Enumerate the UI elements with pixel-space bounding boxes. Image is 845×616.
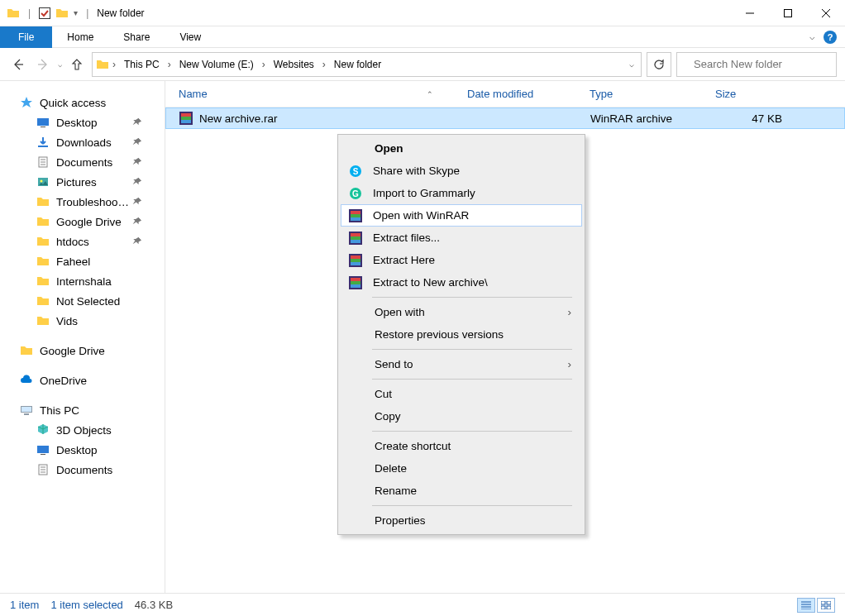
address-dropdown[interactable]: ⌵ xyxy=(629,60,634,69)
pin-icon xyxy=(131,155,144,169)
svg-rect-0 xyxy=(40,7,50,18)
quick-access-check[interactable] xyxy=(39,7,50,19)
column-date[interactable]: Date modified xyxy=(459,81,581,107)
menu-open[interactable]: Open xyxy=(341,137,582,160)
title-dropdown[interactable]: ▾ xyxy=(74,8,78,17)
sidebar-item[interactable]: Faheel xyxy=(0,251,165,271)
navbar: ⌵ › This PC › New Volume (E:) › Websites… xyxy=(0,48,845,81)
pin-icon xyxy=(131,175,144,189)
minimize-button[interactable] xyxy=(731,0,769,26)
sidebar-label: Google Drive xyxy=(40,345,105,357)
close-button[interactable] xyxy=(807,0,845,26)
svg-rect-37 xyxy=(351,262,360,265)
sidebar-item-label: htdocs xyxy=(56,236,89,248)
sidebar-item[interactable]: Documents xyxy=(0,152,165,172)
folder-icon xyxy=(7,7,20,20)
menu-cut[interactable]: Cut xyxy=(341,383,582,405)
back-button[interactable] xyxy=(8,55,28,74)
sidebar-item[interactable]: Google Drive xyxy=(0,212,165,232)
crumb-current[interactable]: New folder xyxy=(329,54,386,75)
menu-rename[interactable]: Rename xyxy=(341,480,582,502)
menu-extract-here[interactable]: Extract Here xyxy=(341,249,582,271)
item-icon xyxy=(36,155,50,169)
menu-properties[interactable]: Properties xyxy=(341,509,582,532)
file-row[interactable]: New archive.rar WinRAR archive 47 KB xyxy=(165,107,845,129)
sidebar-item-label: 3D Objects xyxy=(56,424,112,437)
chevron-right-icon[interactable]: › xyxy=(321,59,327,70)
crumb-websites[interactable]: Websites xyxy=(269,54,319,75)
status-size: 46.3 KB xyxy=(135,599,173,611)
chevron-right-icon[interactable]: › xyxy=(111,59,117,70)
sidebar-item[interactable]: Internshala xyxy=(0,271,165,291)
context-menu: Open SShare with Skype GImport to Gramma… xyxy=(337,134,585,535)
crumb-volume[interactable]: New Volume (E:) xyxy=(174,54,259,75)
window-title: New folder xyxy=(97,7,144,19)
menu-restore[interactable]: Restore previous versions xyxy=(341,323,582,346)
sidebar-item[interactable]: Documents xyxy=(0,460,165,480)
folder-icon xyxy=(96,58,109,71)
winrar-icon xyxy=(348,208,363,223)
menu-grammarly[interactable]: GImport to Grammarly xyxy=(341,182,582,204)
svg-rect-35 xyxy=(351,255,360,259)
item-icon xyxy=(36,136,50,149)
menu-separator xyxy=(372,431,572,432)
winrar-icon xyxy=(348,253,363,268)
pin-icon xyxy=(131,235,144,248)
sidebar-item[interactable]: Troubleshooting xyxy=(0,192,165,212)
svg-rect-12 xyxy=(41,454,45,455)
sidebar-item[interactable]: Pictures xyxy=(0,172,165,192)
column-size[interactable]: Size xyxy=(707,81,790,107)
chevron-right-icon[interactable]: › xyxy=(166,59,173,70)
sidebar-item-label: Pictures xyxy=(56,176,97,189)
chevron-right-icon[interactable]: › xyxy=(260,59,267,70)
up-button[interactable] xyxy=(67,55,87,74)
menu-share-skype[interactable]: SShare with Skype xyxy=(341,160,582,182)
view-details-button[interactable] xyxy=(797,598,815,613)
sidebar-item[interactable]: 3D Objects xyxy=(0,420,165,440)
menu-extract-files[interactable]: Extract files... xyxy=(341,227,582,249)
item-icon xyxy=(36,175,50,189)
sidebar-item[interactable]: Not Selected xyxy=(0,291,165,311)
menu-copy[interactable]: Copy xyxy=(341,405,582,427)
sidebar-quick-access[interactable]: Quick access xyxy=(0,93,165,112)
star-icon xyxy=(20,96,33,109)
sidebar-item[interactable]: htdocs xyxy=(0,232,165,251)
svg-rect-9 xyxy=(21,407,31,412)
menu-open-winrar[interactable]: Open with WinRAR xyxy=(341,204,582,227)
item-icon xyxy=(36,294,50,308)
svg-text:G: G xyxy=(352,189,359,198)
search-box[interactable] xyxy=(676,52,837,77)
sidebar-onedrive[interactable]: OneDrive xyxy=(0,370,165,390)
sidebar-this-pc[interactable]: This PC xyxy=(0,400,165,420)
view-thumbnails-button[interactable] xyxy=(817,598,835,613)
ribbon-expand[interactable]: ⌵ xyxy=(809,31,815,42)
menu-delete[interactable]: Delete xyxy=(341,457,582,480)
sidebar-item[interactable]: Desktop xyxy=(0,440,165,460)
sidebar-item[interactable]: Downloads xyxy=(0,132,165,152)
forward-button[interactable] xyxy=(33,55,53,74)
menu-shortcut[interactable]: Create shortcut xyxy=(341,435,582,457)
tab-view[interactable]: View xyxy=(165,26,216,48)
address-bar[interactable]: › This PC › New Volume (E:) › Websites ›… xyxy=(92,52,642,77)
menu-open-with[interactable]: Open with› xyxy=(341,301,582,323)
tab-share[interactable]: Share xyxy=(108,26,165,48)
sidebar-google-drive[interactable]: Google Drive xyxy=(0,341,165,361)
chevron-right-icon: › xyxy=(568,306,572,318)
pin-icon xyxy=(131,116,144,129)
column-type[interactable]: Type xyxy=(581,81,707,107)
maximize-button[interactable] xyxy=(769,0,807,26)
help-icon[interactable]: ? xyxy=(824,31,837,44)
sidebar-item[interactable]: Desktop xyxy=(0,112,165,132)
svg-rect-21 xyxy=(827,606,831,609)
refresh-button[interactable] xyxy=(647,52,671,77)
crumb-this-pc[interactable]: This PC xyxy=(119,54,165,75)
sidebar-item[interactable]: Vids xyxy=(0,311,165,331)
file-tab[interactable]: File xyxy=(0,26,52,48)
sidebar-item-label: Google Drive xyxy=(56,216,122,228)
menu-extract-to[interactable]: Extract to New archive\ xyxy=(341,271,582,294)
column-name[interactable]: Name⌃ xyxy=(165,81,459,107)
history-dropdown[interactable]: ⌵ xyxy=(58,60,62,69)
menu-send-to[interactable]: Send to› xyxy=(341,353,582,375)
tab-home[interactable]: Home xyxy=(52,26,108,48)
search-input[interactable] xyxy=(692,57,834,71)
